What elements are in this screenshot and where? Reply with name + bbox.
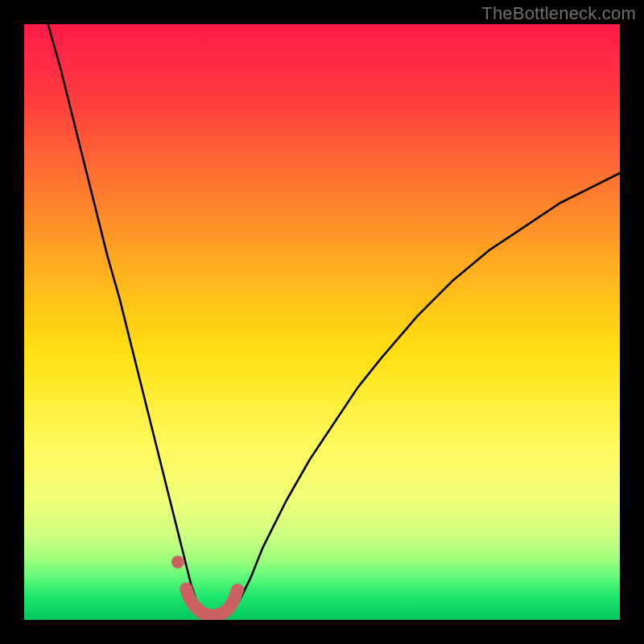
chart-plot-layer bbox=[24, 24, 620, 620]
bottleneck-curve bbox=[48, 24, 620, 620]
marker-path bbox=[186, 589, 237, 617]
marker-dot bbox=[171, 555, 184, 568]
chart-frame bbox=[24, 24, 620, 620]
watermark-text: TheBottleneck.com bbox=[481, 3, 636, 24]
